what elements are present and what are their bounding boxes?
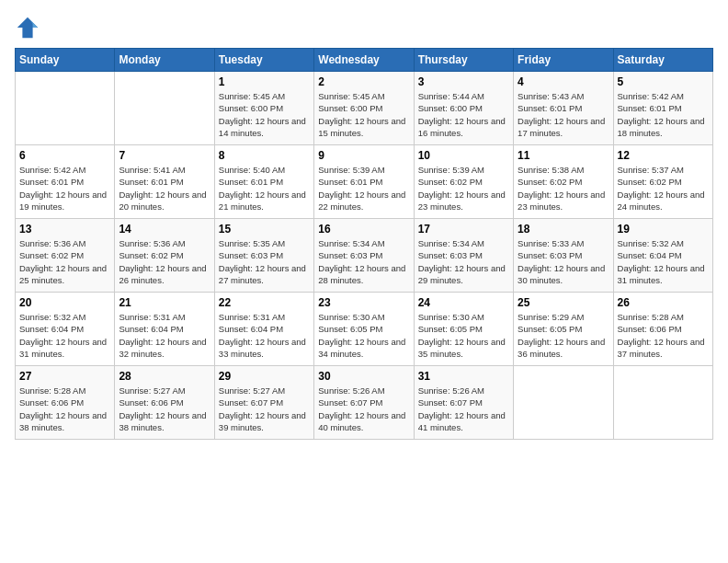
calendar-cell xyxy=(514,366,613,440)
sunrise-text: Sunrise: 5:28 AM xyxy=(19,385,85,396)
calendar-cell: 26 Sunrise: 5:28 AM Sunset: 6:06 PM Dayl… xyxy=(613,293,712,366)
day-number: 28 xyxy=(119,370,210,383)
calendar-cell xyxy=(613,366,712,440)
sunset-text: Sunset: 6:04 PM xyxy=(119,324,183,334)
calendar-cell: 13 Sunrise: 5:36 AM Sunset: 6:02 PM Dayl… xyxy=(16,219,115,293)
day-number: 8 xyxy=(219,149,310,162)
day-info: Sunrise: 5:26 AM Sunset: 6:07 PM Dayligh… xyxy=(318,385,409,433)
sunrise-text: Sunrise: 5:39 AM xyxy=(418,165,484,175)
day-info: Sunrise: 5:44 AM Sunset: 6:00 PM Dayligh… xyxy=(418,90,509,139)
daylight-text: Daylight: 12 hours and 31 minutes. xyxy=(19,337,107,359)
daylight-text: Daylight: 12 hours and 39 minutes. xyxy=(219,410,306,432)
calendar-cell: 5 Sunrise: 5:42 AM Sunset: 6:01 PM Dayli… xyxy=(613,72,712,145)
daylight-text: Daylight: 12 hours and 36 minutes. xyxy=(518,337,605,359)
sunset-text: Sunset: 6:05 PM xyxy=(318,324,382,334)
day-info: Sunrise: 5:35 AM Sunset: 6:03 PM Dayligh… xyxy=(219,237,310,286)
calendar-week-3: 13 Sunrise: 5:36 AM Sunset: 6:02 PM Dayl… xyxy=(16,219,713,293)
daylight-text: Daylight: 12 hours and 41 minutes. xyxy=(418,410,506,432)
sunrise-text: Sunrise: 5:37 AM xyxy=(618,165,684,175)
sunrise-text: Sunrise: 5:34 AM xyxy=(318,238,384,248)
calendar-cell: 24 Sunrise: 5:30 AM Sunset: 6:05 PM Dayl… xyxy=(414,293,513,366)
sunset-text: Sunset: 6:06 PM xyxy=(19,397,84,408)
weekday-header-saturday: Saturday xyxy=(613,49,712,72)
sunset-text: Sunset: 6:02 PM xyxy=(518,177,582,187)
page-header xyxy=(15,15,713,40)
day-number: 7 xyxy=(119,149,210,162)
calendar-cell: 23 Sunrise: 5:30 AM Sunset: 6:05 PM Dayl… xyxy=(314,293,414,366)
day-number: 27 xyxy=(19,370,110,383)
sunrise-text: Sunrise: 5:45 AM xyxy=(219,91,285,101)
calendar-cell: 30 Sunrise: 5:26 AM Sunset: 6:07 PM Dayl… xyxy=(314,366,414,440)
day-number: 14 xyxy=(119,223,210,236)
day-info: Sunrise: 5:45 AM Sunset: 6:00 PM Dayligh… xyxy=(219,90,310,139)
sunset-text: Sunset: 6:02 PM xyxy=(418,177,483,187)
daylight-text: Daylight: 12 hours and 29 minutes. xyxy=(418,263,506,285)
sunset-text: Sunset: 6:07 PM xyxy=(418,397,483,408)
sunset-text: Sunset: 6:04 PM xyxy=(618,250,682,260)
sunrise-text: Sunrise: 5:34 AM xyxy=(418,238,484,248)
calendar-header: SundayMondayTuesdayWednesdayThursdayFrid… xyxy=(16,49,713,72)
calendar-cell: 25 Sunrise: 5:29 AM Sunset: 6:05 PM Dayl… xyxy=(514,293,613,366)
calendar-cell: 16 Sunrise: 5:34 AM Sunset: 6:03 PM Dayl… xyxy=(314,219,414,293)
sunrise-text: Sunrise: 5:45 AM xyxy=(318,91,384,101)
calendar-cell: 21 Sunrise: 5:31 AM Sunset: 6:04 PM Dayl… xyxy=(115,293,214,366)
day-info: Sunrise: 5:31 AM Sunset: 6:04 PM Dayligh… xyxy=(119,311,210,360)
day-number: 29 xyxy=(219,370,310,383)
daylight-text: Daylight: 12 hours and 27 minutes. xyxy=(219,263,306,285)
calendar-cell: 10 Sunrise: 5:39 AM Sunset: 6:02 PM Dayl… xyxy=(414,145,513,219)
sunrise-text: Sunrise: 5:36 AM xyxy=(19,238,85,248)
daylight-text: Daylight: 12 hours and 26 minutes. xyxy=(119,263,206,285)
daylight-text: Daylight: 12 hours and 33 minutes. xyxy=(219,337,306,359)
day-number: 19 xyxy=(618,223,709,236)
day-info: Sunrise: 5:42 AM Sunset: 6:01 PM Dayligh… xyxy=(618,90,709,139)
day-number: 25 xyxy=(518,296,609,309)
day-number: 9 xyxy=(318,149,409,162)
calendar-cell: 12 Sunrise: 5:37 AM Sunset: 6:02 PM Dayl… xyxy=(613,145,712,219)
day-number: 2 xyxy=(318,75,409,88)
sunrise-text: Sunrise: 5:31 AM xyxy=(219,312,285,322)
sunset-text: Sunset: 6:02 PM xyxy=(618,177,682,187)
daylight-text: Daylight: 12 hours and 15 minutes. xyxy=(318,116,405,138)
day-number: 15 xyxy=(219,223,310,236)
sunset-text: Sunset: 6:00 PM xyxy=(219,103,283,113)
sunrise-text: Sunrise: 5:36 AM xyxy=(119,238,185,248)
sunrise-text: Sunrise: 5:27 AM xyxy=(219,385,285,396)
sunset-text: Sunset: 6:04 PM xyxy=(219,324,283,334)
day-info: Sunrise: 5:26 AM Sunset: 6:07 PM Dayligh… xyxy=(418,385,509,433)
day-info: Sunrise: 5:38 AM Sunset: 6:02 PM Dayligh… xyxy=(518,164,609,213)
calendar-cell: 19 Sunrise: 5:32 AM Sunset: 6:04 PM Dayl… xyxy=(613,219,712,293)
sunset-text: Sunset: 6:01 PM xyxy=(618,103,682,113)
day-info: Sunrise: 5:39 AM Sunset: 6:01 PM Dayligh… xyxy=(318,164,409,213)
calendar-cell xyxy=(16,72,115,145)
sunset-text: Sunset: 6:03 PM xyxy=(518,250,582,260)
sunrise-text: Sunrise: 5:33 AM xyxy=(518,238,584,248)
day-info: Sunrise: 5:37 AM Sunset: 6:02 PM Dayligh… xyxy=(618,164,709,213)
day-number: 3 xyxy=(418,75,509,88)
day-info: Sunrise: 5:29 AM Sunset: 6:05 PM Dayligh… xyxy=(518,311,609,360)
day-number: 26 xyxy=(618,296,709,309)
calendar-cell: 11 Sunrise: 5:38 AM Sunset: 6:02 PM Dayl… xyxy=(514,145,613,219)
day-info: Sunrise: 5:40 AM Sunset: 6:01 PM Dayligh… xyxy=(219,164,310,213)
weekday-header-monday: Monday xyxy=(115,49,214,72)
day-info: Sunrise: 5:34 AM Sunset: 6:03 PM Dayligh… xyxy=(318,237,409,286)
day-info: Sunrise: 5:28 AM Sunset: 6:06 PM Dayligh… xyxy=(19,385,110,433)
calendar-cell: 9 Sunrise: 5:39 AM Sunset: 6:01 PM Dayli… xyxy=(314,145,414,219)
calendar-cell: 14 Sunrise: 5:36 AM Sunset: 6:02 PM Dayl… xyxy=(115,219,214,293)
sunrise-text: Sunrise: 5:41 AM xyxy=(119,165,185,175)
day-info: Sunrise: 5:33 AM Sunset: 6:03 PM Dayligh… xyxy=(518,237,609,286)
daylight-text: Daylight: 12 hours and 19 minutes. xyxy=(19,190,107,212)
sunrise-text: Sunrise: 5:26 AM xyxy=(418,385,484,396)
daylight-text: Daylight: 12 hours and 38 minutes. xyxy=(19,410,107,432)
day-info: Sunrise: 5:39 AM Sunset: 6:02 PM Dayligh… xyxy=(418,164,509,213)
weekday-row: SundayMondayTuesdayWednesdayThursdayFrid… xyxy=(16,49,713,72)
day-info: Sunrise: 5:36 AM Sunset: 6:02 PM Dayligh… xyxy=(119,237,210,286)
weekday-header-thursday: Thursday xyxy=(414,49,513,72)
sunset-text: Sunset: 6:05 PM xyxy=(518,324,582,334)
day-number: 13 xyxy=(19,223,110,236)
day-number: 18 xyxy=(518,223,609,236)
sunset-text: Sunset: 6:03 PM xyxy=(418,250,483,260)
day-number: 30 xyxy=(318,370,409,383)
sunrise-text: Sunrise: 5:32 AM xyxy=(618,238,684,248)
calendar-cell: 1 Sunrise: 5:45 AM Sunset: 6:00 PM Dayli… xyxy=(214,72,313,145)
daylight-text: Daylight: 12 hours and 14 minutes. xyxy=(219,116,306,138)
